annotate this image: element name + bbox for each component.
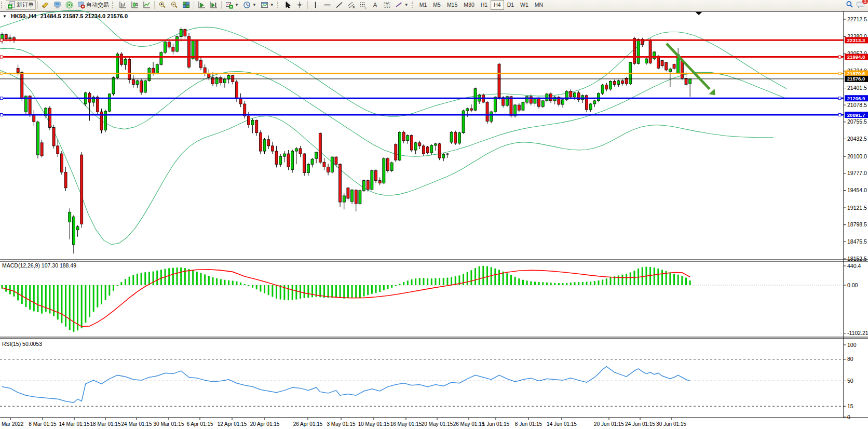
svg-text:0.00: 0.00 [847,282,858,288]
label-button[interactable]: T [381,0,393,10]
svg-text:24 Mar 01:15: 24 Mar 01:15 [121,421,152,427]
svg-text:22313.3: 22313.3 [847,37,865,43]
svg-text:21994.8: 21994.8 [847,54,865,60]
chart-shift-icon [210,1,218,9]
indicators-button[interactable]: ▼ [223,0,241,10]
svg-text:440.4: 440.4 [847,263,861,269]
svg-text:14 Mar 01:15: 14 Mar 01:15 [59,421,90,427]
toolbar-grip[interactable] [1,2,5,8]
svg-text:20432.5: 20432.5 [847,136,867,142]
crosshair-button[interactable] [294,0,306,10]
chevron-down-icon[interactable]: ▼ [252,3,256,7]
timeframe-mn-button[interactable]: MN [532,0,546,10]
vline-button[interactable] [309,0,321,10]
svg-text:80: 80 [847,356,853,362]
toolbar-right-group: 1 [846,1,868,9]
timeframe-h1-button[interactable]: H1 [478,0,491,10]
signal-button[interactable] [63,0,75,10]
chevron-down-icon[interactable]: ▼ [404,3,409,7]
cursor-button[interactable] [282,0,294,10]
channel-icon: E [347,1,355,9]
toolbar-grip[interactable] [412,2,415,8]
timeframe-m5-button[interactable]: M5 [430,0,444,10]
timeframe-w1-button[interactable]: W1 [517,0,532,10]
timeframe-m15-button[interactable]: M15 [444,0,460,10]
svg-text:20 May 01:15: 20 May 01:15 [422,421,453,427]
autotrade-button[interactable]: 自动交易 [75,0,111,10]
vline-icon [311,1,319,9]
cursor-icon [284,1,292,9]
price-axis[interactable]: 22712.522380.022057.021724.821401.521078… [844,11,868,420]
svg-text:3 May 01:15: 3 May 01:15 [327,421,355,427]
svg-text:30 Jun 01:15: 30 Jun 01:15 [656,421,686,427]
toolbar-grip[interactable] [112,2,116,8]
svg-text:20 Apr 01:15: 20 Apr 01:15 [250,421,280,427]
shapes-button[interactable]: ▼ [393,0,411,10]
collapse-ohlc-icon[interactable]: ▼ [3,14,7,19]
svg-text:20100.0: 20100.0 [847,153,867,159]
svg-text:100: 100 [847,342,857,348]
bollinger-lower-band [0,70,774,245]
rsi-panel [0,359,844,406]
signal-icon [65,1,73,9]
svg-text:-1102.21: -1102.21 [847,330,868,336]
svg-text:14 Jun 01:15: 14 Jun 01:15 [547,421,577,427]
timeframe-d1-button[interactable]: D1 [504,0,517,10]
periods-button[interactable]: ▼ [241,0,259,10]
zoom-out-button[interactable] [168,0,180,10]
svg-text:20755.5: 20755.5 [847,118,867,125]
label-icon: T [383,1,391,9]
chart-shift-button[interactable] [208,0,220,10]
chevron-down-icon[interactable]: ▼ [270,3,274,7]
periods-icon [243,1,251,9]
svg-text:26 Apr 01:15: 26 Apr 01:15 [293,421,323,427]
svg-text:16 May 01:15: 16 May 01:15 [390,421,422,427]
chart-title[interactable]: ▼ HK50-,H4 21484.5 21587.5 21234.0 21576… [3,13,128,19]
terminal-button[interactable] [51,0,63,10]
svg-text:12 Apr 01:15: 12 Apr 01:15 [218,421,247,427]
svg-text:1 Jun 01:15: 1 Jun 01:15 [482,421,510,427]
templates-button[interactable]: ▼ [259,0,276,10]
zoom-in-button[interactable] [156,0,168,10]
svg-text:26 May 01:15: 26 May 01:15 [453,421,485,427]
line-chart-button[interactable] [141,0,153,10]
candle-chart-icon [131,1,139,9]
toolbar-grip[interactable] [277,2,281,8]
main-toolbar: 新订单自动交易▼▼▼EFAT▼M1M5M15M30H1H4D1W1MN1 [0,0,868,10]
svg-text:21576.0: 21576.0 [847,76,865,82]
svg-text:8 Mar 01:15: 8 Mar 01:15 [29,421,57,427]
time-axis[interactable]: 2 Mar 20228 Mar 01:1514 Mar 01:1518 Mar … [0,418,686,427]
new-order-button[interactable]: 新订单 [6,0,36,10]
chevron-down-icon[interactable]: ▼ [235,3,239,7]
auto-scroll-button[interactable] [196,0,208,10]
svg-text:T: T [385,3,388,8]
timeframe-m30-button[interactable]: M30 [460,0,477,10]
svg-text:18798.5: 18798.5 [847,221,867,227]
chart-canvas[interactable]: 22712.522380.022057.021724.821401.521078… [0,0,868,429]
toolbar-separator [37,1,38,9]
fibonacci-icon: F [359,1,367,9]
indicators-icon [225,1,233,9]
symbol-period-label: HK50-,H4 [11,13,36,19]
bar-chart-button[interactable] [117,0,129,10]
notifications-button[interactable]: 1 [857,1,865,9]
toolbar-separator [307,1,308,9]
svg-text:18 Mar 01:15: 18 Mar 01:15 [90,421,121,427]
timeframe-m1-button[interactable]: M1 [416,0,430,10]
timeframe-h4-button[interactable]: H4 [491,0,504,10]
hline-button[interactable] [321,0,333,10]
svg-text:6 Apr 01:15: 6 Apr 01:15 [186,421,213,427]
channel-button[interactable]: E [345,0,357,10]
tile-windows-button[interactable] [180,0,192,10]
fibonacci-button[interactable]: F [357,0,369,10]
chart-shift-marker[interactable] [696,12,702,15]
text-button[interactable]: A [369,0,381,10]
trendline-button[interactable] [333,0,345,10]
candle-chart-button[interactable] [129,0,141,10]
ticket-button[interactable] [39,0,51,10]
search-icon[interactable] [846,1,853,9]
terminal-icon [53,1,61,9]
svg-text:21679.6: 21679.6 [847,71,865,76]
svg-text:0: 0 [847,414,850,420]
toolbar-separator [194,1,194,9]
